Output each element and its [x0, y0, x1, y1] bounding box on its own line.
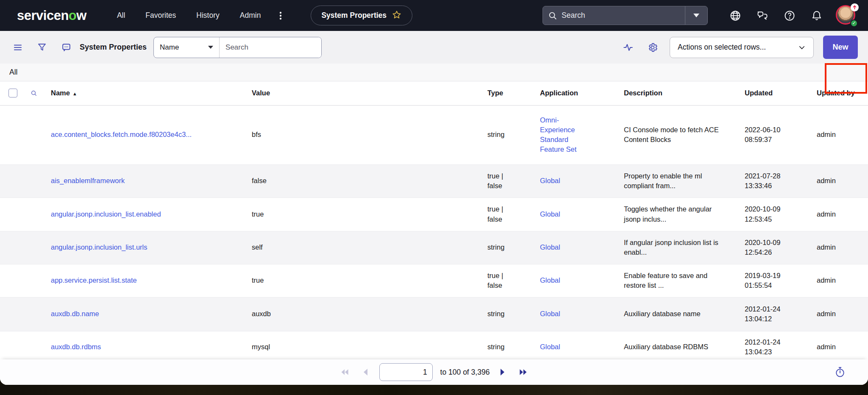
column-header-type[interactable]: Type — [481, 81, 533, 105]
activity-stream-pulse-icon[interactable] — [620, 40, 636, 55]
presence-available-icon: ✓ — [850, 19, 858, 27]
application-link[interactable]: Global — [540, 309, 560, 319]
globe-icon[interactable] — [728, 8, 743, 23]
favorite-star-icon[interactable] — [392, 10, 402, 22]
application-link[interactable]: Global — [540, 275, 560, 285]
property-type: string — [487, 242, 504, 252]
property-type: string — [487, 130, 504, 139]
property-description: If angular jsonp inclusion list is enabl… — [624, 238, 719, 257]
property-updated-by: admin — [817, 177, 836, 184]
chat-icon[interactable] — [755, 8, 770, 23]
row-search-cell — [24, 297, 44, 331]
property-value: auxdb — [252, 310, 271, 317]
pagination-footer: to 100 of 3,396 — [0, 359, 868, 385]
response-time-stopwatch-icon[interactable] — [832, 364, 848, 380]
list-search-input[interactable] — [220, 37, 321, 58]
comments-bubble-icon[interactable] — [58, 40, 74, 55]
list-search-control: Name — [153, 37, 322, 58]
property-updated-by: admin — [817, 310, 836, 317]
property-updated: 2012-01-24 13:04:23 — [745, 338, 780, 356]
system-properties-table: Name▲ Value Type Application Description… — [0, 81, 868, 363]
column-search-icon[interactable] — [31, 89, 37, 98]
row-search-cell — [24, 164, 44, 198]
property-type: true | false — [487, 171, 515, 191]
search-scope-dropdown[interactable] — [685, 6, 707, 25]
application-link[interactable]: Global — [540, 176, 560, 186]
table-header-row: Name▲ Value Type Application Description… — [0, 81, 868, 105]
column-header-name[interactable]: Name▲ — [44, 81, 245, 105]
current-page-pill[interactable]: System Properties — [311, 6, 412, 25]
servicenow-logo[interactable]: servicenow — [17, 8, 86, 23]
pager-controls: to 100 of 3,396 — [338, 363, 531, 381]
property-value: mysql — [252, 343, 270, 350]
property-updated: 2020-10-09 12:53:45 — [745, 205, 780, 223]
property-name-link[interactable]: angular.jsonp.inclusion_list.enabled — [51, 210, 161, 218]
table-row: ais_enablemlframework false true | false… — [0, 164, 868, 198]
property-type: string — [487, 342, 504, 352]
list-title: System Properties — [80, 43, 147, 52]
column-header-updated[interactable]: Updated — [738, 81, 810, 105]
notifications-bell-icon[interactable] — [810, 8, 824, 23]
property-type: true | false — [487, 271, 515, 290]
application-link[interactable]: Global — [540, 242, 560, 252]
select-all-checkbox[interactable] — [8, 89, 17, 97]
property-name-link[interactable]: ace.content_blocks.fetch.mode.f80203e4c3… — [51, 131, 192, 138]
property-name-link[interactable]: angular.jsonp.inclusion_list.urls — [51, 243, 147, 251]
property-updated: 2019-03-19 01:55:54 — [745, 272, 780, 289]
column-header-description[interactable]: Description — [617, 81, 738, 105]
help-icon[interactable] — [782, 8, 797, 23]
new-button[interactable]: New — [823, 36, 858, 59]
list-toolbar: System Properties Name Actions on select… — [0, 31, 868, 64]
filter-funnel-icon[interactable] — [34, 40, 50, 55]
nav-item-history[interactable]: History — [196, 11, 219, 20]
property-description: Property to enable the ml compliant fram… — [624, 171, 719, 191]
toolbar-left-icons — [10, 40, 74, 55]
table-row: angular.jsonp.inclusion_list.urls self s… — [0, 231, 868, 264]
first-page-icon[interactable] — [338, 365, 352, 379]
column-header-value[interactable]: Value — [245, 81, 481, 105]
nav-item-all[interactable]: All — [117, 11, 125, 20]
search-icon — [548, 11, 557, 20]
table-row: ace.content_blocks.fetch.mode.f80203e4c3… — [0, 105, 868, 164]
actions-on-selected-rows-dropdown[interactable]: Actions on selected rows... — [670, 37, 814, 58]
property-value: true — [252, 276, 264, 284]
user-avatar[interactable]: ✓ — [836, 5, 857, 26]
property-type: true | false — [487, 204, 515, 224]
row-search-cell — [24, 105, 44, 164]
property-description: Enable feature to save and restore list … — [624, 271, 719, 290]
search-field-selector[interactable]: Name — [154, 37, 220, 58]
more-options-kebab-icon[interactable] — [273, 8, 288, 23]
property-updated-by: admin — [817, 243, 836, 251]
next-page-icon[interactable] — [495, 365, 510, 379]
property-name-link[interactable]: app.service.persist.list.state — [51, 276, 137, 284]
property-value: false — [252, 177, 267, 184]
sort-ascending-icon: ▲ — [72, 91, 77, 96]
page-number-input[interactable] — [379, 363, 433, 381]
list-menu-hamburger-icon[interactable] — [10, 40, 25, 55]
chevron-down-icon — [208, 46, 213, 49]
nav-item-admin[interactable]: Admin — [240, 11, 261, 20]
global-search-input[interactable] — [557, 11, 685, 20]
content-panel: System Properties Name Actions on select… — [0, 31, 868, 385]
table-row: auxdb.db.name auxdb string Global Auxili… — [0, 297, 868, 331]
column-header-application[interactable]: Application — [533, 81, 617, 105]
row-select-cell — [0, 198, 24, 231]
chevron-down-icon — [693, 14, 699, 17]
property-description: CI Console mode to fetch ACE Content Blo… — [624, 125, 719, 145]
breadcrumb-all[interactable]: All — [9, 68, 17, 77]
previous-page-icon[interactable] — [358, 365, 373, 379]
property-updated-by: admin — [817, 276, 836, 284]
gear-icon[interactable] — [645, 40, 660, 55]
last-page-icon[interactable] — [516, 365, 530, 379]
nav-item-favorites[interactable]: Favorites — [145, 11, 176, 20]
property-name-link[interactable]: auxdb.db.name — [51, 310, 99, 317]
property-description: Toggles whether the angular jsonp inclus… — [624, 204, 719, 224]
property-name-link[interactable]: auxdb.db.rdbms — [51, 343, 101, 350]
property-updated: 2020-10-09 12:54:26 — [745, 239, 780, 256]
application-link[interactable]: Global — [540, 209, 560, 219]
application-link[interactable]: Global — [540, 342, 560, 352]
row-search-cell — [24, 264, 44, 297]
property-name-link[interactable]: ais_enablemlframework — [51, 177, 125, 184]
column-header-updated-by[interactable]: Updated by — [810, 81, 868, 105]
application-link[interactable]: Omni-Experience Standard Feature Set — [540, 115, 586, 154]
